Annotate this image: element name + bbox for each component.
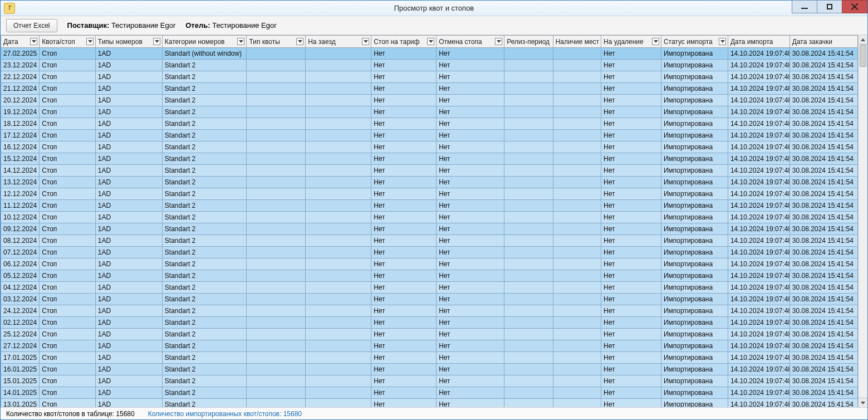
table-cell[interactable]: 16.12.2024	[1, 141, 40, 153]
table-cell[interactable]: 30.08.2024 15:41:54	[789, 223, 857, 235]
table-cell[interactable]: Нет	[371, 352, 437, 364]
table-cell[interactable]: Нет	[437, 247, 504, 258]
table-cell[interactable]: Стоп	[40, 71, 96, 83]
table-row[interactable]: 27.02.2025Стоп1ADStandart (without windo…	[1, 48, 858, 60]
table-cell[interactable]	[247, 399, 306, 408]
table-cell[interactable]: Нет	[371, 83, 437, 95]
column-header[interactable]: Дата закачки	[789, 36, 857, 48]
table-cell[interactable]: 09.12.2024	[1, 223, 40, 235]
table-cell[interactable]	[553, 60, 601, 71]
table-cell[interactable]	[553, 294, 601, 305]
table-cell[interactable]: Импортирована	[661, 399, 728, 408]
table-cell[interactable]: Нет	[601, 200, 661, 212]
table-cell[interactable]: 1AD	[95, 340, 162, 352]
table-cell[interactable]: 14.10.2024 19:07:48	[728, 375, 789, 387]
table-cell[interactable]: Нет	[437, 399, 504, 408]
table-cell[interactable]: Импортирована	[661, 270, 728, 282]
table-cell[interactable]	[504, 247, 553, 258]
table-cell[interactable]	[504, 153, 553, 165]
table-cell[interactable]: 14.10.2024 19:07:48	[728, 258, 789, 270]
table-cell[interactable]: Нет	[601, 235, 661, 247]
table-cell[interactable]: Нет	[371, 258, 437, 270]
table-cell[interactable]: Стоп	[40, 212, 96, 223]
table-cell[interactable]: Нет	[437, 223, 504, 235]
table-cell[interactable]	[504, 387, 553, 399]
table-cell[interactable]: 30.08.2024 15:41:54	[789, 48, 857, 60]
table-cell[interactable]: 30.08.2024 15:41:54	[789, 317, 857, 329]
minimize-button[interactable]	[792, 0, 817, 13]
table-cell[interactable]	[247, 188, 306, 200]
table-cell[interactable]	[306, 294, 371, 305]
table-cell[interactable]: Импортирована	[661, 294, 728, 305]
table-cell[interactable]	[553, 165, 601, 177]
table-cell[interactable]: 14.10.2024 19:07:48	[728, 399, 789, 408]
table-cell[interactable]: Standart 2	[162, 60, 247, 71]
table-cell[interactable]: Нет	[601, 305, 661, 317]
table-cell[interactable]: Standart 2	[162, 305, 247, 317]
table-cell[interactable]	[553, 130, 601, 141]
table-cell[interactable]: Нет	[437, 130, 504, 141]
table-row[interactable]: 07.12.2024Стоп1ADStandart 2НетНетНетИмпо…	[1, 247, 858, 258]
table-cell[interactable]: Нет	[601, 188, 661, 200]
table-row[interactable]: 09.12.2024Стоп1ADStandart 2НетНетНетИмпо…	[1, 223, 858, 235]
table-cell[interactable]: 30.08.2024 15:41:54	[789, 282, 857, 294]
table-cell[interactable]: Нет	[437, 83, 504, 95]
table-cell[interactable]: 22.12.2024	[1, 71, 40, 83]
table-cell[interactable]: 1AD	[95, 375, 162, 387]
table-cell[interactable]	[247, 223, 306, 235]
table-cell[interactable]: 1AD	[95, 364, 162, 375]
table-cell[interactable]: Нет	[601, 364, 661, 375]
table-cell[interactable]: 14.10.2024 19:07:48	[728, 188, 789, 200]
table-row[interactable]: 08.12.2024Стоп1ADStandart 2НетНетНетИмпо…	[1, 235, 858, 247]
table-cell[interactable]: Импортирована	[661, 71, 728, 83]
table-cell[interactable]: 14.10.2024 19:07:48	[728, 223, 789, 235]
table-cell[interactable]: Нет	[371, 294, 437, 305]
table-cell[interactable]	[504, 165, 553, 177]
table-cell[interactable]: Standart 2	[162, 188, 247, 200]
table-cell[interactable]: 1AD	[95, 48, 162, 60]
filter-dropdown-icon[interactable]	[362, 38, 369, 45]
table-cell[interactable]: Standart 2	[162, 270, 247, 282]
table-cell[interactable]: Standart 2	[162, 294, 247, 305]
table-cell[interactable]: Нет	[371, 387, 437, 399]
table-cell[interactable]: Standart 2	[162, 247, 247, 258]
table-cell[interactable]	[306, 130, 371, 141]
table-cell[interactable]: Нет	[371, 282, 437, 294]
table-cell[interactable]	[247, 130, 306, 141]
table-cell[interactable]: Нет	[437, 177, 504, 188]
table-cell[interactable]: Нет	[437, 200, 504, 212]
table-row[interactable]: 10.12.2024Стоп1ADStandart 2НетНетНетИмпо…	[1, 212, 858, 223]
table-cell[interactable]: Нет	[371, 305, 437, 317]
table-cell[interactable]: Импортирована	[661, 60, 728, 71]
table-cell[interactable]: Стоп	[40, 165, 96, 177]
table-cell[interactable]: Нет	[601, 141, 661, 153]
table-cell[interactable]	[306, 364, 371, 375]
table-cell[interactable]: 30.08.2024 15:41:54	[789, 165, 857, 177]
filter-dropdown-icon[interactable]	[652, 38, 659, 45]
table-cell[interactable]: Импортирована	[661, 235, 728, 247]
table-cell[interactable]: 30.08.2024 15:41:54	[789, 188, 857, 200]
table-cell[interactable]: Standart 2	[162, 340, 247, 352]
table-cell[interactable]: 30.08.2024 15:41:54	[789, 352, 857, 364]
table-cell[interactable]: Нет	[437, 270, 504, 282]
table-cell[interactable]: Нет	[437, 95, 504, 106]
table-cell[interactable]	[247, 71, 306, 83]
table-cell[interactable]: Нет	[371, 340, 437, 352]
table-cell[interactable]: Нет	[371, 212, 437, 223]
table-cell[interactable]	[306, 95, 371, 106]
table-cell[interactable]: Нет	[601, 329, 661, 340]
table-row[interactable]: 03.12.2024Стоп1ADStandart 2НетНетНетИмпо…	[1, 294, 858, 305]
table-cell[interactable]	[306, 329, 371, 340]
table-cell[interactable]	[247, 329, 306, 340]
table-cell[interactable]	[247, 60, 306, 71]
table-cell[interactable]: Импортирована	[661, 340, 728, 352]
table-row[interactable]: 24.12.2024Стоп1ADStandart 2НетНетНетИмпо…	[1, 305, 858, 317]
table-cell[interactable]: 14.10.2024 19:07:48	[728, 118, 789, 130]
table-cell[interactable]: Нет	[437, 153, 504, 165]
table-cell[interactable]: 1AD	[95, 399, 162, 408]
table-cell[interactable]	[306, 387, 371, 399]
table-cell[interactable]	[553, 329, 601, 340]
scroll-up-button[interactable]	[859, 35, 867, 45]
table-row[interactable]: 16.01.2025Стоп1ADStandart 2НетНетНетИмпо…	[1, 364, 858, 375]
table-cell[interactable]: Импортирована	[661, 305, 728, 317]
